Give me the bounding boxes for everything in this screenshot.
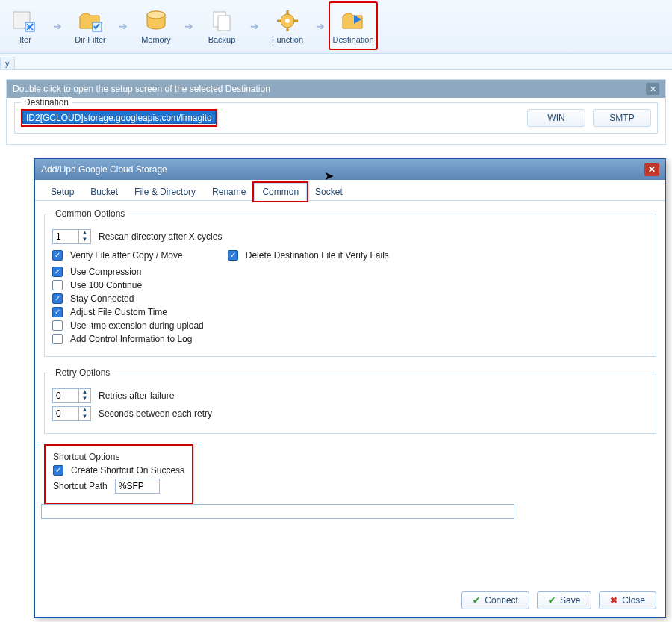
shortcut-redbox: Shortcut Options Create Shortcut On Succ…	[44, 444, 193, 504]
shortcut-path-label: Shortcut Path	[53, 481, 108, 491]
check-icon: ✔	[548, 595, 556, 606]
group-legend: Retry Options	[52, 367, 113, 378]
spinner-down-icon[interactable]: ▼	[78, 396, 90, 402]
add-ctrl-info-label: Add Control Information to Log	[70, 334, 192, 344]
smtp-button[interactable]: SMTP	[593, 109, 651, 127]
secondary-tabrow: y	[0, 54, 672, 70]
retry-seconds-stepper[interactable]: ▲▼	[52, 406, 91, 421]
fieldset-legend: Destination	[21, 97, 72, 108]
toolbar-item-destination[interactable]: Destination	[329, 1, 378, 50]
chevron-right-icon: ➔	[312, 20, 329, 32]
retries-stepper[interactable]: ▲▼	[52, 388, 91, 403]
use-tmp-ext-label: Use .tmp extension during upload	[70, 320, 204, 331]
destination-selected-input[interactable]: ID2[GCLOUD]storage.googleapis.com/limagi…	[22, 111, 216, 124]
shortcut-path-input-ext[interactable]	[41, 504, 514, 519]
tab-common[interactable]: Common	[254, 183, 307, 201]
use-100-continue-checkbox[interactable]	[52, 280, 63, 290]
close-icon: ✖	[610, 595, 617, 606]
toolbar-label: Destination	[332, 35, 373, 44]
tab-file-directory[interactable]: File & Directory	[126, 183, 204, 200]
destination-fieldset: Destination ID2[GCLOUD]storage.googleapi…	[14, 102, 658, 134]
connect-button[interactable]: ✔Connect	[461, 591, 529, 609]
chevron-right-icon: ➔	[115, 20, 131, 32]
gcloud-dialog: Add/Upd Google Cloud Storage ✕ Setup Buc…	[34, 158, 666, 618]
dialog-title: Add/Upd Google Cloud Storage	[41, 164, 167, 175]
chevron-right-icon: ➔	[246, 20, 263, 32]
connect-label: Connect	[485, 595, 518, 606]
group-legend: Common Options	[52, 208, 128, 219]
retry-options-group: Retry Options ▲▼ Retries after failure ▲…	[44, 367, 656, 434]
common-options-group: Common Options ▲▼ Rescan directory after…	[44, 208, 656, 357]
add-ctrl-info-checkbox[interactable]	[52, 334, 63, 344]
retry-seconds-label: Seconds between each retry	[99, 408, 212, 419]
stay-connected-label: Stay Connected	[70, 293, 134, 304]
gear-icon	[274, 8, 301, 34]
toolbar-item-function[interactable]: Function	[263, 1, 312, 50]
rescan-cycles-stepper[interactable]: ▲▼	[52, 229, 91, 244]
close-button[interactable]: ✖Close	[599, 591, 656, 609]
spinner-down-icon[interactable]: ▼	[78, 237, 90, 243]
svg-rect-6	[218, 16, 230, 31]
use-compression-checkbox[interactable]	[52, 267, 63, 277]
toolbar-label: Dir Filter	[75, 35, 106, 44]
delete-if-verify-fails-checkbox[interactable]	[228, 250, 238, 261]
chevron-right-icon: ➔	[181, 20, 197, 32]
destination-panel: Double click to open the setup screen of…	[6, 79, 666, 145]
dialog-body: Common Options ▲▼ Rescan directory after…	[35, 201, 665, 526]
adjust-file-custom-time-checkbox[interactable]	[52, 307, 63, 317]
dialog-footer: ✔Connect ✔Save ✖Close	[461, 591, 656, 609]
create-shortcut-checkbox[interactable]	[53, 465, 63, 476]
win-button[interactable]: WIN	[527, 109, 585, 127]
retry-seconds-input[interactable]	[53, 408, 78, 419]
toolbar-label: ilter	[18, 35, 31, 44]
toolbar-label: Memory	[141, 35, 171, 44]
use-100-continue-label: Use 100 Continue	[70, 280, 142, 290]
spinner-down-icon[interactable]: ▼	[78, 414, 90, 420]
check-icon: ✔	[473, 595, 480, 606]
chevron-right-icon: ➔	[49, 20, 66, 32]
save-button[interactable]: ✔Save	[537, 591, 591, 609]
toolbar-item-memory[interactable]: Memory	[131, 1, 181, 50]
group-legend: Shortcut Options	[53, 452, 184, 462]
use-tmp-ext-checkbox[interactable]	[52, 320, 63, 331]
database-icon	[143, 8, 169, 34]
verify-after-copy-checkbox[interactable]	[52, 250, 63, 261]
close-label: Close	[622, 595, 645, 606]
filter-icon	[11, 8, 38, 34]
folder-filter-icon	[77, 8, 104, 34]
destination-panel-header: Double click to open the setup screen of…	[7, 80, 665, 98]
shortcut-path-input[interactable]	[115, 479, 160, 494]
delete-if-verify-fails-label: Delete Destination File if Verify Fails	[246, 250, 389, 261]
tab-socket[interactable]: Socket	[307, 183, 351, 200]
dialog-tabs: Setup Bucket File & Directory Rename Com…	[35, 180, 665, 201]
toolbar-item-dir-filter[interactable]: Dir Filter	[66, 1, 115, 50]
svg-point-8	[285, 19, 290, 23]
toolbar-label: Function	[272, 35, 303, 44]
use-compression-label: Use Compression	[70, 267, 141, 277]
rescan-label: Rescan directory after X cycles	[99, 231, 222, 242]
stay-connected-checkbox[interactable]	[52, 293, 63, 304]
destination-panel-title: Double click to open the setup screen of…	[13, 84, 270, 94]
rescan-cycles-input[interactable]	[53, 231, 78, 242]
create-shortcut-label: Create Shortcut On Success	[71, 465, 184, 476]
dialog-titlebar[interactable]: Add/Upd Google Cloud Storage ✕	[35, 159, 665, 180]
toolbar-label: Backup	[208, 35, 236, 44]
adjust-file-custom-time-label: Adjust File Custom Time	[70, 307, 167, 317]
mini-tab[interactable]: y	[0, 57, 15, 69]
close-icon[interactable]: ✕	[646, 83, 659, 95]
documents-icon	[208, 8, 235, 34]
toolbar-item-backup[interactable]: Backup	[197, 1, 246, 50]
retries-label: Retries after failure	[99, 391, 174, 401]
retries-input[interactable]	[53, 391, 78, 401]
toolbar-item-filter[interactable]: ilter	[0, 1, 49, 50]
folder-destination-icon	[340, 8, 367, 34]
verify-after-copy-label: Verify File after Copy / Move	[70, 250, 183, 261]
tab-setup[interactable]: Setup	[43, 183, 82, 200]
main-toolbar: ilter ➔ Dir Filter ➔ Memory ➔ Backup ➔ F…	[0, 0, 672, 54]
destination-redbox: ID2[GCLOUD]storage.googleapis.com/limagi…	[21, 109, 217, 127]
shortcut-options-group: Shortcut Options Create Shortcut On Succ…	[47, 447, 190, 501]
tab-bucket[interactable]: Bucket	[82, 183, 126, 200]
tab-rename[interactable]: Rename	[204, 183, 254, 200]
svg-point-4	[147, 11, 165, 19]
close-icon[interactable]: ✕	[644, 163, 659, 176]
